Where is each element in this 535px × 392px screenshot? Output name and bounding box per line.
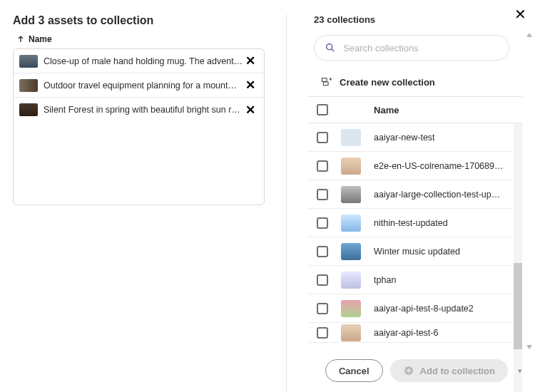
cancel-label: Cancel [339,366,370,376]
collection-thumbnail [341,158,361,175]
collection-name: Winter music updated [374,247,460,257]
collection-checkbox[interactable] [317,132,328,143]
collection-name: aaiyar-new-test [374,133,434,143]
svg-rect-2 [322,78,327,82]
chevron-down-icon[interactable]: ▾ [518,366,522,376]
collection-row[interactable]: nithin-test-updated [308,209,512,237]
dialog-scrollbar[interactable] [528,33,532,349]
svg-point-0 [327,44,332,50]
asset-name: Silent Forest in spring with beautiful b… [44,105,243,115]
collection-list: aaiyar-new-test e2e-en-US-colrename-1706… [308,123,512,392]
collection-row[interactable]: aaiyar-api-test-8-update2 [308,294,512,323]
remove-asset-button[interactable]: ✕ [243,53,258,68]
collection-checkbox[interactable] [317,189,328,200]
search-input[interactable] [343,43,499,53]
collection-name: nithin-test-updated [374,218,448,228]
collection-thumbnail [341,215,361,232]
scroll-up-icon[interactable] [526,33,532,37]
collection-row[interactable]: tphan [308,266,512,294]
dialog-title: Add 3 assets to collection [13,14,265,27]
assets-name-column[interactable]: Name [17,34,265,44]
create-collection-label: Create new collection [340,77,435,88]
scrollbar-thumb[interactable] [514,263,522,349]
search-collections[interactable] [314,35,509,61]
collection-row[interactable]: Winter music updated [308,237,512,266]
collection-checkbox[interactable] [317,217,328,229]
collection-checkbox[interactable] [317,274,328,286]
collection-thumbnail [341,272,361,289]
collection-count: 23 collections [314,14,522,25]
collection-thumbnail [341,324,361,341]
asset-thumbnail [19,103,38,116]
collection-thumbnail [341,129,361,146]
search-icon [325,42,336,53]
asset-thumbnail [19,79,38,92]
create-new-collection[interactable]: Create new collection [308,69,522,97]
create-collection-icon [321,76,332,88]
collection-row[interactable]: aaiyar-large-collection-test-updated [308,180,512,209]
asset-row: Close-up of male hand holding mug. The a… [14,49,264,73]
svg-rect-3 [323,82,328,86]
plus-circle-icon [403,365,414,376]
asset-row: Silent Forest in spring with beautiful b… [14,98,264,122]
select-all-checkbox[interactable] [317,104,328,115]
svg-line-1 [332,49,334,51]
remove-asset-button[interactable]: ✕ [243,78,258,93]
cancel-button[interactable]: Cancel [325,359,383,382]
collection-thumbnail [341,300,361,317]
collection-checkbox[interactable] [317,303,328,314]
collection-name: aaiyar-large-collection-test-updated [374,190,504,200]
collection-row[interactable]: aaiyar-new-test [308,123,512,152]
collection-name: aaiyar-api-test-8-update2 [374,304,474,314]
collection-checkbox[interactable] [317,246,328,257]
collection-thumbnail [341,186,361,203]
asset-list: Close-up of male hand holding mug. The a… [13,48,265,205]
collection-row[interactable]: aaiyar-api-test-6 [308,323,512,343]
remove-asset-button[interactable]: ✕ [243,103,258,118]
collection-table-header: Name [308,97,522,123]
asset-name: Outdoor travel equipment planning for a … [44,81,243,91]
add-label: Add to collection [420,366,495,376]
collection-checkbox[interactable] [317,160,328,172]
collection-name: tphan [374,275,396,285]
collection-name-column[interactable]: Name [374,105,399,115]
collection-name: e2e-en-US-colrename-1706894096823 r… [374,161,504,171]
add-to-collection-button: Add to collection [390,359,508,382]
asset-name: Close-up of male hand holding mug. The a… [44,56,243,66]
collection-thumbnail [341,243,361,260]
asset-row: Outdoor travel equipment planning for a … [14,73,264,98]
collection-checkbox[interactable] [317,327,328,339]
collection-row[interactable]: e2e-en-US-colrename-1706894096823 r… [308,152,512,180]
asset-thumbnail [19,55,38,68]
assets-name-column-label: Name [29,34,52,44]
scroll-down-icon[interactable] [526,345,532,349]
collection-scrollbar[interactable] [514,123,522,392]
collection-name: aaiyar-api-test-6 [374,328,438,338]
